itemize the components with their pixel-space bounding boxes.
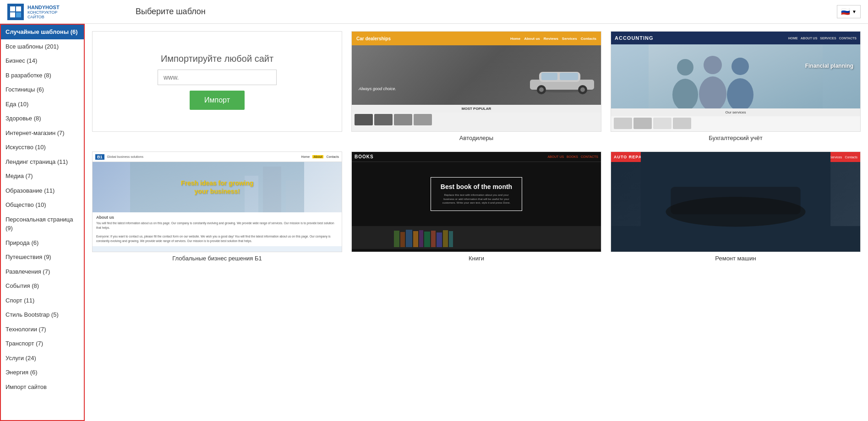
b1-logo: B1 <box>95 154 104 160</box>
template-accounting[interactable]: ACCOUNTING HOME ABOUT US SERVICES CONTAC… <box>611 31 861 142</box>
templates-grid: Импортируйте любой сайт Импорт Car deale… <box>92 31 861 263</box>
language-button[interactable]: 🇷🇺 ▼ <box>837 5 861 18</box>
sidebar-item-20[interactable]: Технологии (7) <box>1 322 84 337</box>
car-nav: Home About us Reviews Services Contacts <box>510 37 596 41</box>
sidebar-item-9[interactable]: Лендинг страница (11) <box>1 155 84 169</box>
svg-rect-11 <box>541 73 557 80</box>
sidebar-item-15[interactable]: Путешествия (9) <box>1 250 84 264</box>
books-body: Best book of the month Replace this text… <box>352 162 601 226</box>
sidebar-item-8[interactable]: Искусство (10) <box>1 140 84 155</box>
sidebar: Случайные шаблоны (6)Все шаблоны (201)Би… <box>0 24 85 421</box>
template-auto-repair[interactable]: AUTO REPAIR Home About Services Contacts <box>611 151 861 263</box>
sidebar-item-22[interactable]: Услуги (24) <box>1 351 84 366</box>
svg-point-10 <box>580 87 585 92</box>
svg-rect-12 <box>560 73 578 80</box>
sidebar-item-17[interactable]: События (8) <box>1 279 84 293</box>
car-preview-bg: Car dealerships Home About us Reviews Se… <box>352 32 601 131</box>
sidebar-item-1[interactable]: Все шаблоны (201) <box>1 39 84 54</box>
import-title: Импортируйте любой сайт <box>161 54 273 64</box>
sidebar-item-14[interactable]: Природа (6) <box>1 236 84 250</box>
svg-rect-28 <box>413 231 418 247</box>
sidebar-item-2[interactable]: Бизнес (14) <box>1 54 84 68</box>
sidebar-item-7[interactable]: Интернет-магазин (7) <box>1 126 84 140</box>
svg-rect-27 <box>406 230 412 247</box>
b1-hero: Fresh ideas for growingyour business! <box>93 162 342 212</box>
svg-rect-29 <box>419 230 423 247</box>
import-url-input[interactable] <box>158 70 277 85</box>
svg-rect-3 <box>16 12 21 17</box>
svg-rect-30 <box>424 232 430 247</box>
books-featured-box: Best book of the month Replace this text… <box>431 177 522 210</box>
car-image <box>352 45 601 105</box>
sidebar-item-21[interactable]: Транспорт (7) <box>1 336 84 351</box>
sidebar-item-4[interactable]: Гостиницы (6) <box>1 82 84 97</box>
books-shelf <box>352 226 601 249</box>
acc-footer: Our services <box>611 108 860 116</box>
svg-point-8 <box>539 87 544 92</box>
main-layout: Случайные шаблоны (6)Все шаблоны (201)Би… <box>0 24 868 421</box>
template-b1[interactable]: B1 Global business solutions Home About … <box>92 151 342 263</box>
sidebar-item-3[interactable]: В разработке (8) <box>1 68 84 83</box>
books-nav: ABOUT US BOOKS CONTACTS <box>547 155 598 158</box>
car-brand-title: Car dealerships <box>356 36 391 41</box>
import-button[interactable]: Импорт <box>190 91 245 110</box>
b1-about-title: About us <box>96 215 338 220</box>
acc-body: Financial planning <box>611 44 860 108</box>
car-tagline: Always good choice. <box>359 86 396 91</box>
svg-point-14 <box>677 59 693 76</box>
accounting-overlay-text: Financial planning <box>805 63 853 69</box>
sidebar-item-10[interactable]: Медиа (7) <box>1 169 84 184</box>
logo-area: HANDYHOST КОНСТРУКТОР САЙТОВ <box>7 4 90 20</box>
accounting-preview-bg: ACCOUNTING HOME ABOUT US SERVICES CONTAC… <box>611 32 860 131</box>
ar-body: Auto repair ⚙ Diagnostics 🔧 Tuning <box>611 162 860 226</box>
b1-header: B1 Global business solutions Home About … <box>93 152 342 162</box>
auto-repair-preview: AUTO REPAIR Home About Services Contacts <box>611 151 861 252</box>
b1-preview: B1 Global business solutions Home About … <box>92 151 342 252</box>
svg-rect-26 <box>400 232 405 247</box>
sidebar-item-0[interactable]: Случайные шаблоны (6) <box>1 25 84 39</box>
sidebar-item-19[interactable]: Стиль Bootstrap (5) <box>1 308 84 322</box>
sidebar-item-23[interactable]: Энергия (6) <box>1 365 84 380</box>
books-label: Книги <box>351 252 601 263</box>
logo-icon <box>7 4 24 20</box>
sidebar-item-16[interactable]: Развлечения (7) <box>1 264 84 279</box>
template-car-dealerships[interactable]: Car dealerships Home About us Reviews Se… <box>351 31 601 142</box>
svg-rect-34 <box>449 231 453 247</box>
car-dealerships-label: Автодилеры <box>351 132 601 142</box>
sidebar-item-13[interactable]: Персональная страница (9) <box>1 212 84 236</box>
books-title: BOOKS <box>355 154 374 159</box>
auto-repair-label: Ремонт машин <box>611 252 861 263</box>
b1-tagline: Global business solutions <box>107 155 143 158</box>
svg-rect-2 <box>10 12 15 17</box>
template-books[interactable]: BOOKS ABOUT US BOOKS CONTACTS Best book … <box>351 151 601 263</box>
b1-hero-text: Fresh ideas for growingyour business! <box>181 179 254 195</box>
svg-rect-31 <box>431 231 436 247</box>
header-right: 🇷🇺 ▼ <box>837 5 861 18</box>
car-thumbnails <box>352 113 601 127</box>
svg-rect-25 <box>394 231 399 247</box>
import-preview: Импортируйте любой сайт Импорт <box>92 31 342 132</box>
svg-rect-33 <box>443 230 448 247</box>
sidebar-item-5[interactable]: Еда (10) <box>1 97 84 112</box>
sidebar-item-11[interactable]: Образование (11) <box>1 184 84 198</box>
acc-thumbnails <box>611 116 860 130</box>
page-title: Выберите шаблон <box>90 7 837 16</box>
svg-point-16 <box>704 56 722 74</box>
import-card[interactable]: Импортируйте любой сайт Импорт <box>92 31 342 142</box>
sidebar-item-6[interactable]: Здоровье (8) <box>1 111 84 126</box>
b1-about-text: You will find the latest information abo… <box>96 221 338 243</box>
b1-label: Глобальные бизнес решения Б1 <box>92 252 342 263</box>
b1-about: About us You will find the latest inform… <box>93 212 342 246</box>
car-body: Always good choice. <box>352 45 601 105</box>
logo-text: HANDYHOST КОНСТРУКТОР САЙТОВ <box>27 5 60 19</box>
svg-rect-1 <box>16 6 21 11</box>
accounting-preview: ACCOUNTING HOME ABOUT US SERVICES CONTAC… <box>611 31 861 132</box>
sidebar-item-18[interactable]: Спорт (11) <box>1 293 84 308</box>
sidebar-item-24[interactable]: Импорт сайтов <box>1 380 84 394</box>
content-area: Импортируйте любой сайт Импорт Car deale… <box>85 24 868 421</box>
car-popular-label: MOST POPULAR <box>352 105 601 113</box>
accounting-label: Бухгалтерский учёт <box>611 132 861 142</box>
auto-repair-preview-bg: AUTO REPAIR Home About Services Contacts <box>611 152 860 252</box>
sidebar-item-12[interactable]: Общество (10) <box>1 198 84 212</box>
svg-rect-0 <box>10 6 15 11</box>
